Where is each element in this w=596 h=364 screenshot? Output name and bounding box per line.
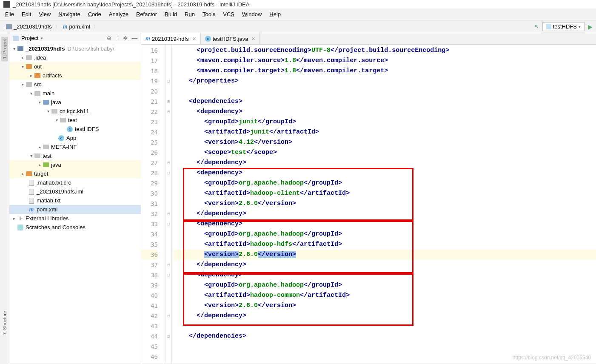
chevron-right-icon: 〉 (94, 24, 98, 30)
tool-tab-structure[interactable]: 7: Structure (1, 308, 8, 338)
run-config-icon (546, 24, 551, 29)
tree-java[interactable]: java (51, 99, 61, 105)
tree-java2[interactable]: java (51, 162, 61, 168)
app-icon (3, 1, 10, 8)
menu-run[interactable]: Run (181, 9, 198, 19)
tree-artifacts[interactable]: artifacts (43, 72, 62, 79)
menu-edit[interactable]: Edit (18, 9, 34, 19)
chevron-down-icon: ▾ (579, 25, 581, 29)
menu-vcs[interactable]: VCS (220, 9, 238, 19)
maven-file-icon: m (145, 35, 150, 42)
menu-bar: File Edit View Navigate Code Analyze Ref… (0, 9, 596, 20)
panel-title-label: Project (21, 35, 38, 41)
tree-f1[interactable]: .matlab.txt.crc (37, 179, 71, 186)
project-panel: Project ▾ ⊕ ÷ ✲ — ▾_20210319hdfsD:\Users… (9, 33, 141, 363)
menu-analyze[interactable]: Analyze (106, 9, 132, 19)
locate-icon[interactable]: ⊕ (107, 35, 111, 41)
tree-idea[interactable]: .idea (34, 54, 46, 61)
tree-app[interactable]: App (66, 135, 76, 141)
chevron-down-icon[interactable]: ▾ (41, 36, 43, 40)
tree-testHDFS[interactable]: testHDFS (75, 126, 99, 132)
menu-view[interactable]: View (35, 9, 54, 19)
breadcrumb-file[interactable]: m pom.xml (60, 23, 93, 31)
tree-pkg[interactable]: cn.kgc.kb11 (60, 108, 89, 114)
editor-tab-label: 20210319-hdfs (152, 36, 189, 42)
tree-test[interactable]: test (68, 117, 77, 123)
project-icon (13, 36, 19, 41)
tree-f2[interactable]: _20210319hdfs.iml (37, 188, 83, 195)
menu-window[interactable]: Window (239, 9, 265, 19)
tool-tab-project[interactable]: 1: Project (1, 37, 8, 61)
build-icon[interactable]: ↖ (534, 23, 539, 30)
menu-tools[interactable]: Tools (199, 9, 219, 19)
window-title: _20210319hdfs [D:\Users\fish baby\IdeaPr… (13, 1, 249, 8)
menu-build[interactable]: Build (161, 9, 180, 19)
menu-file[interactable]: File (2, 9, 17, 19)
toolbar: _20210319hdfs 〉 m pom.xml 〉 ↖ testHDFS ▾… (0, 20, 596, 33)
editor-tab-pom[interactable]: m 20210319-hdfs ✕ (141, 33, 201, 44)
breadcrumb-root[interactable]: _20210319hdfs (3, 23, 54, 31)
breadcrumb: _20210319hdfs 〉 m pom.xml 〉 (3, 23, 98, 31)
menu-refactor[interactable]: Refactor (133, 9, 160, 19)
java-file-icon: c (205, 36, 211, 42)
tree-out[interactable]: out (34, 63, 42, 70)
left-tool-strip: 1: Project 7: Structure (0, 33, 9, 363)
editor-tab-java[interactable]: c testHDFS.java ✕ (201, 33, 260, 44)
folder-icon (6, 24, 12, 29)
code-body[interactable]: <project.build.sourceEncoding>UTF-8</pro… (172, 45, 596, 363)
run-button[interactable]: ▶ (588, 23, 593, 30)
tree-meta[interactable]: META-INF (51, 144, 77, 150)
line-gutter: 1617181920212223242526272829303132333435… (141, 45, 166, 363)
tree-pom[interactable]: pom.xml (37, 206, 57, 213)
editor-tab-label: testHDFS.java (213, 36, 248, 42)
maven-file-icon: m (63, 23, 68, 30)
tree-root[interactable]: _20210319hdfs (26, 46, 65, 52)
project-tree[interactable]: ▾_20210319hdfsD:\Users\fish baby\ ▸.idea… (9, 43, 141, 363)
tree-test2[interactable]: test (43, 153, 51, 159)
breadcrumb-file-label: pom.xml (69, 23, 90, 30)
tree-scratches[interactable]: Scratches and Consoles (26, 224, 86, 230)
chevron-right-icon: 〉 (55, 24, 60, 30)
tree-f3[interactable]: matlab.txt (37, 197, 60, 204)
code-editor[interactable]: 1617181920212223242526272829303132333435… (141, 45, 596, 363)
tree-root-path: D:\Users\fish baby\ (68, 46, 114, 52)
collapse-icon[interactable]: ÷ (116, 35, 119, 41)
tree-src[interactable]: src (34, 81, 41, 88)
menu-help[interactable]: Help (266, 9, 284, 19)
settings-icon[interactable]: ✲ (123, 35, 128, 41)
fold-strip[interactable]: ⊟⊟⊟⊟⊟⊟⊟⊟⊟⊟⊟ (166, 45, 172, 363)
editor-area: m 20210319-hdfs ✕ c testHDFS.java ✕ 1617… (141, 33, 596, 363)
menu-code[interactable]: Code (85, 9, 105, 19)
editor-tabs: m 20210319-hdfs ✕ c testHDFS.java ✕ (141, 33, 596, 45)
close-icon[interactable]: ✕ (251, 36, 255, 42)
breadcrumb-root-label: _20210319hdfs (14, 23, 52, 30)
watermark: https://blog.csdn.net/qq_42005540 (513, 355, 591, 361)
hide-icon[interactable]: — (132, 35, 137, 41)
close-icon[interactable]: ✕ (192, 36, 196, 42)
tree-main[interactable]: main (43, 90, 54, 97)
tree-ext-libs[interactable]: External Libraries (26, 215, 68, 222)
tree-target[interactable]: target (34, 171, 48, 177)
run-config-label: testHDFS (553, 23, 577, 30)
run-config-selector[interactable]: testHDFS ▾ (542, 22, 585, 31)
title-bar: _20210319hdfs [D:\Users\fish baby\IdeaPr… (0, 0, 596, 9)
menu-navigate[interactable]: Navigate (55, 9, 83, 19)
